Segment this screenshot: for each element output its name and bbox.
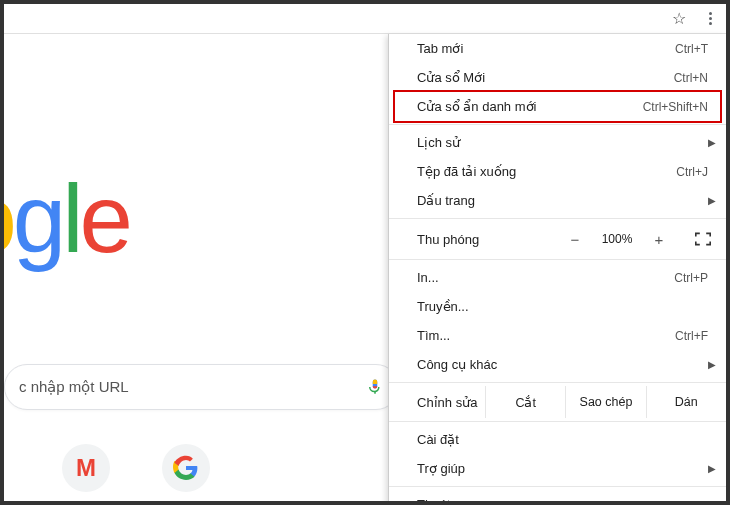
- menu-exit[interactable]: Thoát: [389, 490, 726, 501]
- menu-history[interactable]: Lịch sử▶: [389, 128, 726, 157]
- zoom-out-button[interactable]: −: [558, 231, 592, 248]
- menu-print[interactable]: In...Ctrl+P: [389, 263, 726, 292]
- menu-new-tab[interactable]: Tab mớiCtrl+T: [389, 34, 726, 63]
- search-bar[interactable]: [4, 364, 399, 410]
- menu-separator: [389, 124, 726, 125]
- bookmark-star-icon[interactable]: ☆: [672, 9, 686, 28]
- mic-icon[interactable]: [366, 378, 384, 396]
- submenu-arrow-icon: ▶: [708, 463, 716, 474]
- zoom-label: Thu phóng: [417, 232, 558, 247]
- menu-separator: [389, 218, 726, 219]
- menu-find[interactable]: Tìm...Ctrl+F: [389, 321, 726, 350]
- edit-cut-button[interactable]: Cắt: [485, 386, 565, 418]
- submenu-arrow-icon: ▶: [708, 137, 716, 148]
- fullscreen-icon[interactable]: [690, 231, 716, 247]
- menu-zoom-row: Thu phóng − 100% +: [389, 222, 726, 256]
- menu-bookmarks[interactable]: Dấu trang▶: [389, 186, 726, 215]
- edit-label: Chỉnh sửa: [389, 395, 485, 410]
- menu-edit-row: Chỉnh sửa Cắt Sao chép Dán: [389, 386, 726, 418]
- zoom-value: 100%: [596, 232, 638, 246]
- menu-incognito-window[interactable]: Cửa sổ ẩn danh mớiCtrl+Shift+N: [389, 92, 726, 121]
- menu-separator: [389, 259, 726, 260]
- chrome-main-menu: Tab mớiCtrl+T Cửa sổ MớiCtrl+N Cửa sổ ẩn…: [388, 34, 726, 501]
- shortcut-gmail[interactable]: M: [62, 444, 110, 492]
- menu-separator: [389, 382, 726, 383]
- menu-new-window[interactable]: Cửa sổ MớiCtrl+N: [389, 63, 726, 92]
- menu-separator: [389, 421, 726, 422]
- edit-paste-button[interactable]: Dán: [646, 386, 726, 418]
- menu-dots-icon[interactable]: [700, 9, 720, 29]
- menu-settings[interactable]: Cài đặt: [389, 425, 726, 454]
- browser-toolbar: ☆: [4, 4, 726, 34]
- search-input[interactable]: [19, 379, 366, 396]
- shortcuts-row: M: [4, 444, 210, 492]
- submenu-arrow-icon: ▶: [708, 195, 716, 206]
- shortcut-google[interactable]: [162, 444, 210, 492]
- menu-downloads[interactable]: Tệp đã tải xuốngCtrl+J: [389, 157, 726, 186]
- google-logo: oogle: [4, 164, 129, 274]
- menu-separator: [389, 486, 726, 487]
- zoom-in-button[interactable]: +: [642, 231, 676, 248]
- menu-help[interactable]: Trợ giúp▶: [389, 454, 726, 483]
- submenu-arrow-icon: ▶: [708, 359, 716, 370]
- edit-copy-button[interactable]: Sao chép: [565, 386, 645, 418]
- menu-more-tools[interactable]: Công cụ khác▶: [389, 350, 726, 379]
- menu-cast[interactable]: Truyền...: [389, 292, 726, 321]
